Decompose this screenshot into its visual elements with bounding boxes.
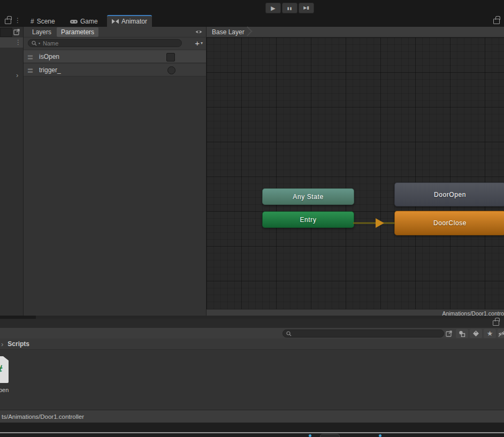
favorites-star-button[interactable]: ★ <box>484 329 496 338</box>
window-tab-bar: ⋮ # Scene Game Animator <box>0 15 504 27</box>
edge-field[interactable] <box>0 28 12 37</box>
pause-button[interactable]: ▮▮ <box>282 3 297 13</box>
animator-breadcrumb-bar: Base Layer Auto Live Li <box>207 27 504 37</box>
trigger-radio[interactable] <box>167 66 175 74</box>
unlock-icon[interactable] <box>493 18 500 26</box>
project-panel-header <box>0 319 504 327</box>
search-in-window-icon[interactable] <box>446 330 453 337</box>
panel-menu-icon[interactable]: ⋮ <box>14 17 21 24</box>
tab-scene-label: Scene <box>37 18 55 25</box>
caret-down-icon: ▾ <box>201 41 203 45</box>
state-node-any-state[interactable]: Any State <box>262 188 354 205</box>
gamepad-icon <box>70 19 78 24</box>
breadcrumb-scripts[interactable]: Scripts <box>7 340 29 348</box>
parameters-tab[interactable]: Parameters <box>57 27 98 37</box>
play-mode-toolbar: ▶ ▮▮ ▶▮ <box>0 0 504 15</box>
parameter-row-isopen[interactable]: ▬▬ isOpen <box>24 50 206 63</box>
edge-kebab-row: ⋮ <box>0 37 23 48</box>
star-icon: ★ <box>487 329 493 338</box>
tab-game[interactable]: Game <box>65 16 103 27</box>
add-parameter-button[interactable]: +▾ <box>195 39 203 48</box>
parameter-search-row: ▾ +▾ <box>24 37 206 49</box>
project-breadcrumb-row: › Scripts <box>0 339 504 350</box>
tab-animator[interactable]: Animator <box>107 15 152 27</box>
search-caret-icon: ▾ <box>39 41 40 45</box>
tab-animator-label: Animator <box>121 18 147 25</box>
step-icon: ▶▮ <box>303 6 309 10</box>
eye-icon[interactable] <box>195 29 203 35</box>
plus-icon: + <box>195 39 200 48</box>
unlock-icon[interactable] <box>493 320 499 327</box>
pause-icon: ▮▮ <box>287 6 293 10</box>
breadcrumb-chevron-icon[interactable]: › <box>1 340 3 348</box>
parameter-search-field[interactable]: ▾ <box>28 39 182 47</box>
animator-graph-canvas[interactable] <box>207 37 504 309</box>
state-node-doorclose[interactable]: DoorClose <box>394 211 504 235</box>
play-button[interactable]: ▶ <box>265 3 281 13</box>
script-hash-glyph: # <box>0 362 3 377</box>
project-toolbar: ★ <box>0 327 504 339</box>
search-icon <box>286 331 292 336</box>
filter-by-type-button[interactable] <box>456 329 468 338</box>
hidden-packages-button[interactable] <box>498 329 504 338</box>
layers-parameters-bar: Layers Parameters <box>24 27 206 37</box>
bool-checkbox[interactable] <box>166 53 175 62</box>
state-node-entry[interactable]: Entry <box>262 211 354 228</box>
edge-menu-icon[interactable]: ⋮ <box>15 39 21 45</box>
parameter-row-trigger[interactable]: ▬▬ trigger_ <box>24 64 206 76</box>
play-icon: ▶ <box>271 5 275 11</box>
scene-grid-icon: # <box>30 18 34 25</box>
project-content-area[interactable]: # pen <box>0 350 504 410</box>
animator-parameters-panel: Layers Parameters ▾ +▾ ▬▬ isOpen ▬ <box>24 27 207 316</box>
selected-asset-path: ts/Animations/Door1.controller <box>2 413 84 420</box>
status-dot-icon <box>379 434 381 437</box>
search-icon <box>32 41 37 46</box>
project-search-input[interactable] <box>294 330 440 338</box>
open-in-window-icon[interactable] <box>13 28 20 35</box>
drag-handle-icon[interactable]: ▬▬ <box>28 67 33 73</box>
foldout-chevron-icon[interactable]: › <box>16 71 18 79</box>
bottom-status-strip <box>0 423 504 437</box>
status-dot-icon <box>309 434 311 437</box>
statusbar-divider <box>0 432 504 433</box>
csharp-script-icon[interactable]: # <box>0 356 9 383</box>
statusbar-pill-button[interactable] <box>320 434 340 437</box>
unity-editor-window: ▶ ▮▮ ▶▮ ⋮ # Scene Game Animator <box>0 0 504 437</box>
project-path-bar: ts/Animations/Door1.controller <box>0 410 504 423</box>
filter-by-label-button[interactable] <box>470 329 482 338</box>
left-edge-panel: ⋮ › <box>0 27 24 316</box>
state-node-dooropen[interactable]: DoorOpen <box>394 182 504 206</box>
tab-scene[interactable]: # Scene <box>26 16 60 27</box>
layers-tab[interactable]: Layers <box>28 27 56 37</box>
animator-icon <box>112 19 119 24</box>
parameter-name: trigger_ <box>39 66 61 74</box>
transition-entry-to-doorclose[interactable] <box>352 216 396 231</box>
drag-handle-icon[interactable]: ▬▬ <box>28 54 33 59</box>
tab-game-label: Game <box>80 18 98 25</box>
script-item-label[interactable]: pen <box>0 387 9 393</box>
unlock-icon[interactable] <box>5 18 11 26</box>
parameter-name: isOpen <box>39 53 59 60</box>
parameter-search-input[interactable] <box>42 40 178 47</box>
project-search-field[interactable] <box>282 329 444 338</box>
step-button[interactable]: ▶▮ <box>299 3 314 13</box>
